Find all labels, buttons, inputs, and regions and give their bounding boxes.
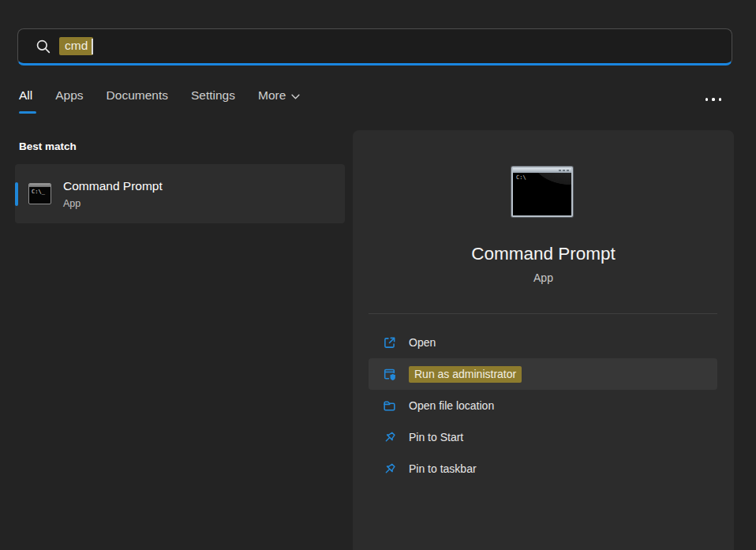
pin-icon	[382, 430, 397, 445]
tab-documents-label: Documents	[107, 88, 168, 103]
action-run-as-administrator[interactable]: Run as administrator	[369, 358, 717, 390]
divider	[369, 313, 717, 314]
action-pin-to-start-label: Pin to Start	[409, 431, 463, 443]
search-filter-tabs: All Apps Documents Settings More	[19, 88, 300, 114]
tab-more[interactable]: More	[258, 88, 300, 114]
action-open[interactable]: Open	[369, 327, 717, 358]
result-subtitle: App	[63, 198, 163, 209]
app-type-label: App	[353, 271, 734, 284]
selection-indicator	[15, 182, 18, 206]
more-options-button[interactable]	[698, 88, 729, 110]
action-open-file-location[interactable]: Open file location	[369, 390, 717, 421]
text-caret	[92, 39, 93, 54]
tab-all[interactable]: All	[19, 88, 32, 114]
tab-apps-label: Apps	[55, 88, 83, 103]
open-external-icon	[382, 335, 397, 350]
action-run-as-administrator-label: Run as administrator	[409, 366, 522, 383]
command-prompt-icon: C:\_	[28, 183, 51, 204]
active-tab-underline	[19, 111, 36, 114]
search-icon	[36, 39, 51, 54]
tab-apps[interactable]: Apps	[55, 88, 83, 114]
action-open-file-location-label: Open file location	[409, 399, 494, 412]
preview-panel: C:\ Command Prompt App Open Run as admin…	[353, 130, 734, 550]
action-list: Open Run as administrator Open file loca…	[369, 327, 717, 485]
action-pin-to-start[interactable]: Pin to Start	[369, 421, 717, 453]
search-input[interactable]: cmd	[59, 37, 93, 55]
ellipsis-icon	[705, 98, 708, 100]
pin-icon	[382, 462, 397, 477]
search-box[interactable]: cmd	[17, 28, 732, 65]
action-pin-to-taskbar[interactable]: Pin to taskbar	[369, 453, 717, 485]
tab-all-label: All	[19, 88, 32, 103]
search-query-text: cmd	[59, 37, 93, 55]
folder-icon	[382, 398, 397, 413]
action-open-label: Open	[409, 336, 436, 349]
run-as-admin-shield-icon	[382, 367, 397, 382]
result-title: Command Prompt	[63, 179, 163, 193]
best-match-result-command-prompt[interactable]: C:\_ Command Prompt App	[15, 164, 345, 223]
tab-more-label: More	[258, 88, 286, 103]
app-title: Command Prompt	[353, 244, 734, 264]
chevron-down-icon	[291, 94, 300, 99]
tab-settings-label: Settings	[191, 88, 235, 103]
action-pin-to-taskbar-label: Pin to taskbar	[409, 462, 477, 475]
command-prompt-icon-large: C:\	[511, 166, 573, 217]
tab-documents[interactable]: Documents	[107, 88, 168, 114]
tab-settings[interactable]: Settings	[191, 88, 235, 114]
best-match-heading: Best match	[19, 140, 77, 152]
